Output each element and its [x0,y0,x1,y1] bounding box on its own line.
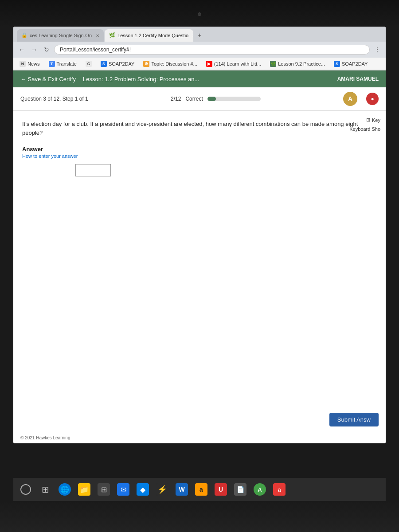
amazon-icon: a [195,483,207,496]
taskbar-word[interactable]: W [173,481,191,498]
avatar: A [343,92,357,106]
tools-panel: ⊞ Key Keyboard Sho [344,111,386,138]
grid-icon: ⊞ [39,483,51,496]
taskbar-store[interactable]: ⊞ [95,481,113,498]
screen-glare [125,207,214,296]
how-to-enter-link[interactable]: How to enter your answer [22,153,377,159]
answer-label: Answer [22,146,377,153]
taskbar-app2[interactable]: a [270,481,288,498]
bookmark-label-news: News [27,61,40,66]
bookmark-learn[interactable]: ▶ (114) Learn with Litt... [203,60,264,68]
bookmark-icon-topic: ⚙ [143,61,149,67]
bookmark-label-lesson: Lesson 9.2 Practice... [278,61,325,66]
refresh-button[interactable]: ↻ [42,45,51,55]
keyboard-shortcut-label: Keyboard Sho [349,126,380,132]
dropbox-icon: ◆ [137,483,149,496]
question-text: It's election day for a club. If a presi… [22,120,377,137]
progress-bar [207,97,261,101]
taskbar-mail[interactable]: ✉ [114,481,132,498]
tab-icon-sso: 🔒 [21,32,27,39]
answer-section: Answer How to enter your answer [22,146,377,176]
progress-fraction: 2/12 [171,96,181,102]
bookmark-label-soap2day-1: SOAP2DAY [109,61,135,66]
doc-icon: 📄 [234,483,246,496]
bookmark-label-soap2day-2: SOAP2DAY [342,61,368,66]
word-icon: W [176,483,188,496]
taskbar-amazon[interactable]: a [192,481,210,498]
bookmark-icon-learn: ▶ [206,61,212,67]
question-info: Question 3 of 12, Step 1 of 1 [20,96,88,102]
mail-icon: ✉ [117,483,129,496]
tab-certify[interactable]: 🌿 Lesson 1.2 Certify Mode Questio ✕ [105,29,193,42]
taskbar: ⊞ 🌐 📁 ⊞ ✉ ◆ ⚡ W a U 📄 A a [13,478,386,501]
bookmark-topic[interactable]: ⚙ Topic: Discussion #... [141,60,200,68]
taskbar-app[interactable]: ⚡ [153,481,171,498]
bookmark-icon-news: N [20,61,26,67]
bookmark-icon-soap2day-1: S [101,61,107,67]
taskbar-edge[interactable]: 🌐 [56,481,74,498]
bookmark-label-topic: Topic: Discussion #... [151,61,197,66]
bookmark-icon-soap2day-2: S [334,61,340,67]
top-bezel [0,0,399,27]
store-icon: ⊞ [98,483,110,496]
taskbar-uopeople[interactable]: U [212,481,230,498]
app-icon: ⚡ [156,483,168,496]
status-circle: ● [366,93,379,105]
key-label: Key [372,117,380,123]
uopeople-icon: U [215,483,227,496]
progress-area: Question 3 of 12, Step 1 of 1 2/12 Corre… [13,87,386,111]
bookmark-soap2day-1[interactable]: S SOAP2DAY [98,60,137,68]
bookmark-icon-c: C [86,61,92,67]
edge-icon: 🌐 [59,483,71,496]
bookmarks-bar: N News T Translate C S SOAP2DAY ⚙ Topic:… [13,58,386,70]
back-button[interactable]: ← [17,45,27,55]
tab-bar: 🔒 ces Learning Single Sign-On ✕ 🌿 Lesson… [13,27,386,42]
new-tab-button[interactable]: + [194,30,205,41]
bookmark-label-translate: Translate [57,61,77,66]
user-name: AMARI SAMUEL [337,76,379,82]
submit-answer-button[interactable]: Submit Answ [329,413,379,426]
tab-label-certify: Lesson 1.2 Certify Mode Questio [117,33,188,38]
address-bar: ← → ↻ Portal/Lesson/lesson_certify#! ⋮ [13,42,386,58]
progress-middle: 2/12 Correct [97,96,334,102]
bookmark-icon-lesson: 🌿 [270,61,276,67]
copyright-text: © 2021 Hawkes Learning [13,434,386,443]
taskbar-dropbox[interactable]: ◆ [134,481,152,498]
app2-icon: a [273,483,286,496]
bookmark-translate[interactable]: T Translate [46,60,79,68]
bottom-bezel [0,501,399,532]
bookmark-c[interactable]: C [83,60,94,68]
webcam [198,12,201,16]
page-content: ← Save & Exit Certify Lesson: 1.2 Proble… [13,70,386,443]
tab-close-certify[interactable]: ✕ [192,33,193,38]
bookmark-news[interactable]: N News [17,60,43,68]
save-exit-label: ← Save & Exit Certify [20,76,76,82]
answer-input[interactable] [75,164,111,176]
screen-area: 🔒 ces Learning Single Sign-On ✕ 🌿 Lesson… [13,27,386,443]
bookmark-label-learn: (114) Learn with Litt... [214,61,261,66]
lesson-header: ← Save & Exit Certify Lesson: 1.2 Proble… [13,70,386,87]
taskbar-antivirus[interactable]: A [251,481,269,498]
tab-close-sso[interactable]: ✕ [96,33,99,38]
tab-label-sso: ces Learning Single Sign-On [30,33,92,38]
taskbar-grid[interactable]: ⊞ [36,481,54,498]
bookmark-icon-translate: T [49,61,55,67]
taskbar-files[interactable]: 📁 [75,481,93,498]
browser-chrome: 🔒 ces Learning Single Sign-On ✕ 🌿 Lesson… [13,27,386,70]
extensions-button[interactable]: ⋮ [372,45,382,55]
bookmark-lesson[interactable]: 🌿 Lesson 9.2 Practice... [267,60,328,68]
antivirus-icon: A [254,483,266,496]
bookmark-soap2day-2[interactable]: S SOAP2DAY [331,60,371,68]
taskbar-search[interactable] [17,481,35,498]
tab-sso[interactable]: 🔒 ces Learning Single Sign-On ✕ [17,29,104,42]
key-button[interactable]: ⊞ Key [364,116,382,124]
tab-icon-certify: 🌿 [109,32,115,39]
keyboard-shortcut-button[interactable]: Keyboard Sho [348,125,382,133]
forward-button[interactable]: → [29,45,39,55]
url-input[interactable]: Portal/Lesson/lesson_certify#! [54,45,370,55]
save-exit-button[interactable]: ← Save & Exit Certify [20,76,76,82]
key-icon: ⊞ [366,117,370,123]
taskbar-doc[interactable]: 📄 [231,481,249,498]
progress-label: Correct [185,96,203,102]
lesson-title: Lesson: 1.2 Problem Solving: Processes a… [83,76,199,82]
